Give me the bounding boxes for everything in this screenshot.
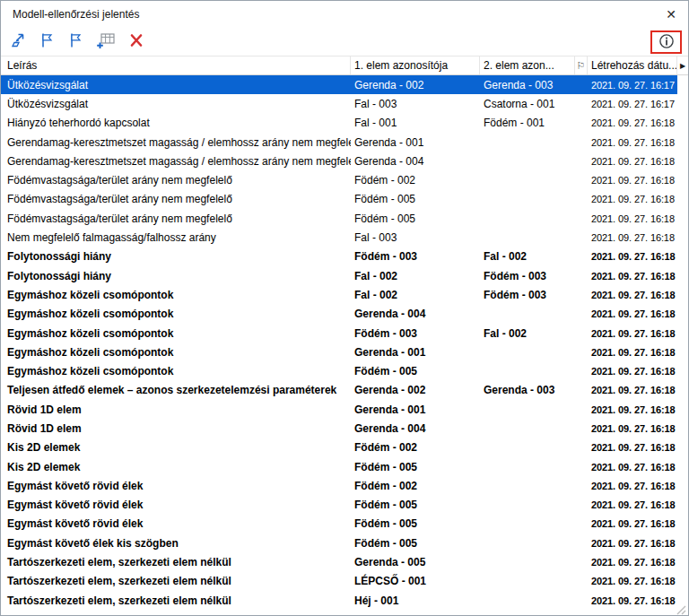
cell-description: Ütközésvizsgálat — [1, 94, 351, 113]
cell-created-date: 2021. 09. 27. 16:18 — [588, 343, 677, 361]
table-row[interactable]: Tartószerkezeti elem, szerkezeti elem né… — [1, 572, 677, 591]
cell-flag — [575, 476, 588, 495]
cell-created-date: 2021. 09. 27. 16:18 — [588, 266, 677, 285]
table-row[interactable]: Födémvastagsága/terület arány nem megfel… — [1, 190, 677, 209]
cell-element2-id — [480, 572, 575, 591]
flag-forward-icon — [66, 31, 84, 52]
cell-element1-id: Gerenda - 001 — [351, 400, 480, 419]
table-row[interactable]: Rövid 1D elem Gerenda - 001 2021. 09. 27… — [1, 400, 677, 419]
flag-back-button[interactable] — [36, 31, 57, 53]
cell-description: Gerendamag-keresztmetszet magasság / ele… — [1, 133, 351, 152]
cell-flag — [575, 247, 588, 266]
cell-created-date: 2021. 09. 27. 16:18 — [588, 591, 677, 610]
close-button[interactable]: ✕ — [654, 1, 688, 28]
cell-description: Egymáshoz közeli csomópontok — [1, 285, 351, 304]
cell-description: Födémvastagsága/terület arány nem megfel… — [1, 190, 351, 209]
cell-element1-id: Gerenda - 001 — [351, 133, 480, 152]
cell-flag — [575, 552, 588, 571]
column-header-flag[interactable]: ⚐ — [575, 56, 588, 74]
cell-description: Ütközésvizsgálat — [1, 75, 351, 94]
table-row[interactable]: Egymást követő rövid élek Födém - 005 20… — [1, 496, 677, 515]
table-row[interactable]: Hiányzó teherhordó kapcsolat Fal - 001 F… — [1, 114, 677, 133]
cell-element1-id: Födém - 002 — [351, 438, 480, 457]
cell-description: Tartószerkezeti elem, szerkezeti elem né… — [1, 591, 351, 610]
cell-element2-id — [480, 419, 575, 438]
table-row[interactable]: Egymást követő élek kis szögben Födém - … — [1, 534, 677, 552]
table-row[interactable]: Folytonossági hiány Födém - 003 Fal - 00… — [1, 247, 677, 266]
cell-description: Gerendamag-keresztmetszet magasság / ele… — [1, 152, 351, 170]
table-row[interactable]: Tartószerkezeti elem, szerkezeti elem né… — [1, 552, 677, 571]
table-row[interactable]: Folytonossági hiány Fal - 002 Födém - 00… — [1, 266, 677, 285]
table-row[interactable]: Nem megfelelő falmagasság/falhossz arány… — [1, 228, 677, 247]
cell-element1-id: Födém - 005 — [351, 534, 480, 552]
table-row[interactable]: Kis 2D elemek Födém - 005 2021. 09. 27. … — [1, 457, 677, 476]
delete-button[interactable] — [126, 31, 147, 53]
cell-description: Födémvastagsága/terület arány nem megfel… — [1, 170, 351, 189]
cell-flag — [575, 152, 588, 170]
cell-element2-id — [480, 438, 575, 457]
table-row[interactable]: Rövid 1D elem Gerenda - 004 2021. 09. 27… — [1, 419, 677, 438]
table-row[interactable]: Ütközésvizsgálat Gerenda - 002 Gerenda -… — [1, 75, 677, 94]
scroll-right-button[interactable]: ▶ — [677, 56, 688, 74]
table-row[interactable]: Egymáshoz közeli csomópontok Gerenda - 0… — [1, 305, 677, 324]
zoom-to-element-button[interactable] — [7, 31, 29, 53]
cell-element2-id — [480, 209, 575, 228]
cell-created-date: 2021. 09. 27. 16:18 — [588, 133, 677, 152]
cell-created-date: 2021. 09. 27. 16:18 — [588, 247, 677, 266]
table-row[interactable]: Egymáshoz közeli csomópontok Födém - 003… — [1, 324, 677, 343]
cell-element1-id: Födém - 005 — [351, 361, 480, 380]
cell-element1-id: Födém - 002 — [351, 476, 480, 495]
table-add-button[interactable] — [93, 31, 118, 53]
cell-element2-id — [480, 152, 575, 170]
table-row[interactable]: Ütközésvizsgálat Fal - 003 Csatorna - 00… — [1, 94, 677, 113]
cell-element2-id — [480, 534, 575, 552]
column-header-description[interactable]: Leírás — [1, 56, 351, 74]
cell-description: Egymáshoz közeli csomópontok — [1, 305, 351, 324]
cell-element2-id: Födém - 003 — [480, 266, 575, 285]
cell-element2-id: Fal - 002 — [480, 324, 575, 343]
cell-description: Egymáshoz közeli csomópontok — [1, 361, 351, 380]
table-row[interactable]: Egymást követő rövid élek Födém - 002 20… — [1, 476, 677, 495]
cell-element2-id — [480, 343, 575, 361]
cell-description: Tartószerkezeti elem, szerkezeti elem né… — [1, 572, 351, 591]
cell-flag — [575, 266, 588, 285]
resize-grip[interactable] — [676, 603, 686, 613]
flag-back-icon — [38, 31, 56, 52]
delete-icon — [128, 32, 144, 51]
cell-element1-id: Födém - 005 — [351, 457, 480, 476]
column-header-element2-id[interactable]: 2. elem azon... — [480, 56, 575, 74]
cell-description: Rövid 1D elem — [1, 419, 351, 438]
table-row[interactable]: Egymáshoz közeli csomópontok Födém - 005… — [1, 361, 677, 380]
cell-description: Födémvastagsága/terület arány nem megfel… — [1, 209, 351, 228]
cell-flag — [575, 170, 588, 189]
column-header-element1-id[interactable]: 1. elem azonosítója — [351, 56, 480, 74]
table-header: Leírás 1. elem azonosítója 2. elem azon.… — [1, 56, 688, 75]
info-button[interactable] — [657, 33, 676, 51]
cell-description: Egymást követő rövid élek — [1, 515, 351, 534]
table-row[interactable]: Gerendamag-keresztmetszet magasság / ele… — [1, 133, 677, 152]
cell-element2-id — [480, 361, 575, 380]
cell-element2-id: Gerenda - 003 — [480, 75, 575, 94]
table-row[interactable]: Kis 2D elemek Födém - 002 2021. 09. 27. … — [1, 438, 677, 457]
table-row[interactable]: Egymáshoz közeli csomópontok Fal - 002 F… — [1, 285, 677, 304]
cell-element2-id — [480, 496, 575, 515]
column-header-created-date[interactable]: Létrehozás dátu... — [588, 56, 677, 74]
cell-element1-id: Gerenda - 002 — [351, 75, 480, 94]
table-row[interactable]: Teljesen átfedő elemek – azonos szerkeze… — [1, 381, 677, 400]
table-row[interactable]: Egymást követő rövid élek Födém - 005 20… — [1, 515, 677, 534]
cell-flag — [575, 285, 588, 304]
table-row[interactable]: Tartószerkezeti elem, szerkezeti elem né… — [1, 591, 677, 610]
cell-flag — [575, 343, 588, 361]
table-row[interactable]: Gerendamag-keresztmetszet magasság / ele… — [1, 152, 677, 170]
cell-created-date: 2021. 09. 27. 16:18 — [588, 324, 677, 343]
cell-element2-id: Födém - 003 — [480, 285, 575, 304]
cell-description: Egymást követő élek kis szögben — [1, 534, 351, 552]
cell-flag — [575, 457, 588, 476]
cell-element1-id: Födém - 005 — [351, 496, 480, 515]
cell-flag — [575, 228, 588, 247]
cell-element1-id: Födém - 003 — [351, 324, 480, 343]
table-row[interactable]: Födémvastagsága/terület arány nem megfel… — [1, 209, 677, 228]
table-row[interactable]: Födémvastagsága/terület arány nem megfel… — [1, 170, 677, 189]
flag-forward-button[interactable] — [65, 31, 86, 53]
table-row[interactable]: Egymáshoz közeli csomópontok Gerenda - 0… — [1, 343, 677, 361]
